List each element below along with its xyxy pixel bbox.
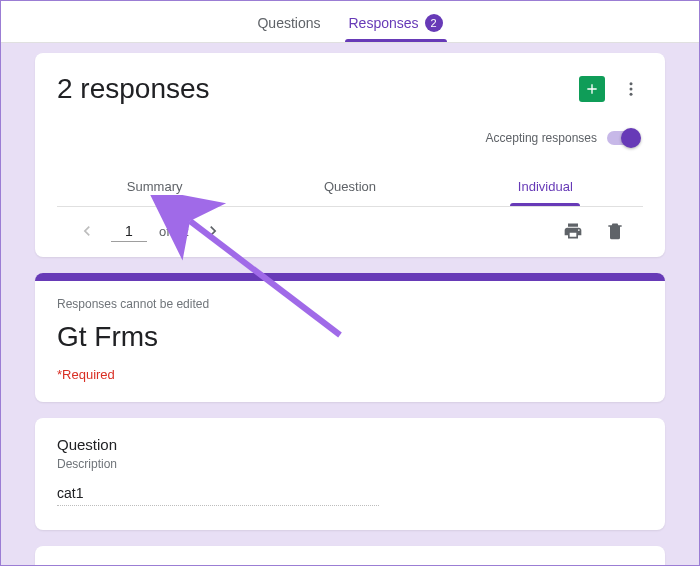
svg-point-1 (630, 88, 633, 91)
tab-questions[interactable]: Questions (253, 5, 324, 41)
question-1-answer: cat1 (57, 485, 379, 506)
subtab-summary[interactable]: Summary (57, 167, 252, 206)
response-index-input[interactable] (111, 221, 147, 242)
responses-count-badge: 2 (425, 14, 443, 32)
svg-point-2 (630, 93, 633, 96)
accepting-responses-toggle[interactable] (607, 131, 639, 145)
kebab-icon (622, 80, 640, 98)
print-button[interactable] (563, 221, 583, 241)
required-label: *Required (57, 367, 643, 382)
subtab-individual[interactable]: Individual (448, 167, 643, 206)
question-card-2: Favorite animal (35, 546, 665, 566)
chevron-right-icon (203, 221, 223, 241)
more-menu-button[interactable] (619, 77, 643, 101)
top-bar: Questions Responses 2 (1, 1, 699, 43)
prev-response-button[interactable] (75, 219, 99, 243)
responses-card: 2 responses Accepting responses Summary … (35, 53, 665, 257)
page-total: 2 (182, 224, 189, 239)
question-1-title: Question (57, 436, 643, 453)
print-icon (563, 221, 583, 241)
subtab-question[interactable]: Question (252, 167, 447, 206)
question-card-1: Question Description cat1 (35, 418, 665, 530)
noedit-notice: Responses cannot be edited (57, 297, 643, 311)
delete-response-button[interactable] (605, 221, 625, 241)
svg-point-0 (630, 82, 633, 85)
responses-count-title: 2 responses (57, 73, 210, 105)
tab-responses[interactable]: Responses 2 (345, 4, 447, 42)
accepting-responses-label: Accepting responses (486, 131, 597, 145)
delete-icon (605, 221, 625, 241)
form-header-card: Responses cannot be edited Gt Frms *Requ… (35, 273, 665, 402)
question-1-description: Description (57, 457, 643, 471)
sheets-icon (584, 81, 600, 97)
chevron-left-icon (77, 221, 97, 241)
form-title: Gt Frms (57, 321, 643, 353)
tab-responses-label: Responses (349, 15, 419, 31)
page-of-label: of (159, 224, 170, 239)
next-response-button[interactable] (201, 219, 225, 243)
create-spreadsheet-button[interactable] (579, 76, 605, 102)
